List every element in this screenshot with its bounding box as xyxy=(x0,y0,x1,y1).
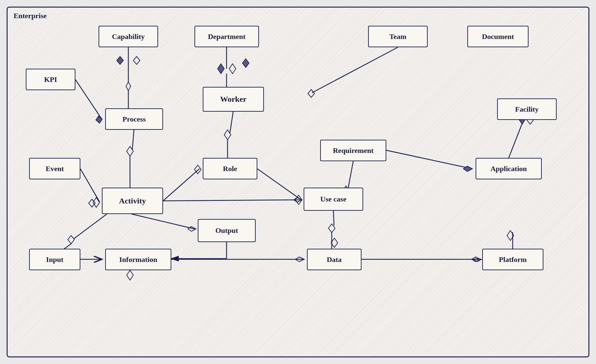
svg-marker-14 xyxy=(308,90,315,97)
svg-line-27 xyxy=(257,169,300,199)
svg-marker-16 xyxy=(96,116,102,123)
node-usecase: Use case xyxy=(304,188,363,211)
svg-marker-4 xyxy=(126,82,131,91)
node-event: Event xyxy=(29,158,80,179)
svg-line-25 xyxy=(163,169,199,201)
node-kpi: KPI xyxy=(26,69,75,90)
svg-line-23 xyxy=(80,169,100,202)
node-information: Information xyxy=(105,249,171,270)
node-team: Team xyxy=(368,26,428,47)
diagram-container: Enterprise xyxy=(7,7,589,357)
node-input: Input xyxy=(29,249,80,270)
node-platform: Platform xyxy=(482,249,543,270)
svg-line-29 xyxy=(163,200,300,201)
node-facility: Facility xyxy=(497,98,557,120)
svg-line-17 xyxy=(230,112,233,133)
node-activity: Activity xyxy=(102,188,163,214)
node-role: Role xyxy=(203,158,257,179)
svg-line-40 xyxy=(333,211,334,226)
node-process: Process xyxy=(105,108,163,130)
svg-line-13 xyxy=(312,47,398,93)
node-document: Document xyxy=(467,26,529,47)
node-capability: Capability xyxy=(99,26,158,47)
svg-line-46 xyxy=(74,214,107,239)
svg-marker-47 xyxy=(68,236,74,244)
node-department: Department xyxy=(194,26,259,47)
node-application: Application xyxy=(476,158,542,179)
svg-line-20 xyxy=(132,130,134,150)
svg-line-15 xyxy=(75,80,102,119)
node-worker: Worker xyxy=(203,87,264,112)
node-requirement: Requirement xyxy=(320,140,386,161)
svg-line-35 xyxy=(509,120,524,158)
svg-marker-10 xyxy=(229,64,236,74)
svg-marker-7 xyxy=(133,56,140,64)
svg-line-33 xyxy=(386,150,472,169)
node-data: Data xyxy=(307,249,362,270)
svg-marker-55 xyxy=(127,270,133,280)
svg-line-38 xyxy=(132,214,194,229)
svg-line-31 xyxy=(348,161,353,188)
svg-marker-9 xyxy=(218,64,224,74)
svg-marker-12 xyxy=(242,59,249,67)
node-output: Output xyxy=(198,219,256,242)
svg-marker-6 xyxy=(117,56,123,64)
svg-marker-24 xyxy=(93,198,100,207)
connections-svg xyxy=(8,8,588,356)
